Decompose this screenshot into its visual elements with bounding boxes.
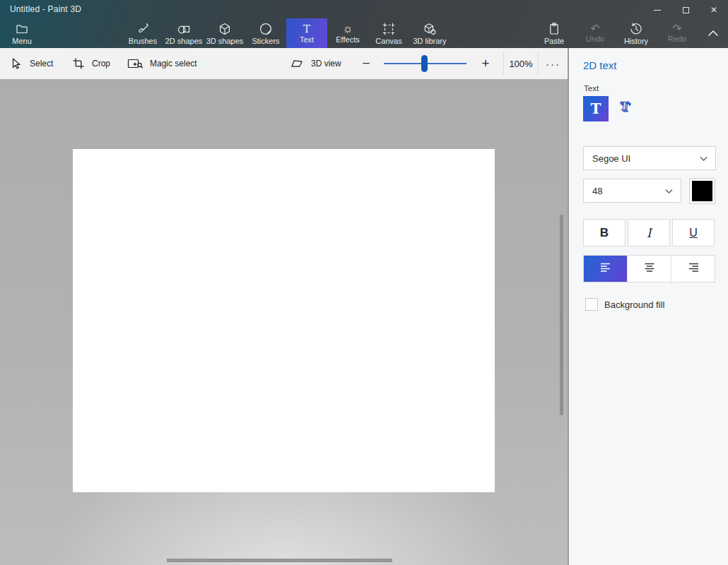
- tab-canvas[interactable]: Canvas: [368, 18, 409, 48]
- sub-toolbar: Select Crop Magic select 3D view − + 100…: [0, 48, 568, 79]
- close-button[interactable]: ✕: [700, 0, 728, 20]
- 2d-text-icon: T: [591, 100, 601, 117]
- header: Untitled - Paint 3D ✕ Menu Brushes: [0, 0, 728, 48]
- drawing-canvas[interactable]: [73, 149, 495, 492]
- paste-button[interactable]: Paste: [534, 18, 575, 48]
- magic-select-label: Magic select: [150, 59, 197, 69]
- history-clock-icon: [629, 22, 643, 36]
- window-title: Untitled - Paint 3D: [0, 4, 81, 14]
- bold-button[interactable]: B: [583, 219, 626, 246]
- text-settings-panel: 2D text Text T T T Segoe UI 48: [568, 48, 728, 565]
- align-right-button[interactable]: [671, 256, 715, 282]
- undo-icon: ↶: [590, 23, 599, 34]
- clipboard-icon: [547, 22, 561, 36]
- 3d-view-icon: [290, 57, 304, 70]
- chevron-down-icon: [700, 153, 708, 164]
- align-left-icon: [599, 262, 612, 276]
- tab-label: Stickers: [252, 37, 279, 45]
- 3d-cube-icon: [218, 22, 232, 36]
- align-center-button[interactable]: [627, 256, 671, 282]
- sticker-icon: [259, 22, 273, 36]
- more-options-button[interactable]: ···: [539, 48, 568, 79]
- magic-select-icon: [127, 57, 143, 70]
- 3d-library-icon: [423, 22, 437, 36]
- align-right-icon: [687, 262, 700, 276]
- redo-icon: ↷: [672, 23, 681, 34]
- zoom-in-button[interactable]: +: [477, 48, 494, 79]
- tab-effects[interactable]: ☼ Effects: [327, 18, 368, 48]
- minimize-icon: [654, 10, 661, 11]
- 3d-text-button[interactable]: T T: [612, 96, 639, 121]
- tab-label: Brushes: [129, 37, 157, 45]
- titlebar: Untitled - Paint 3D ✕: [0, 0, 728, 18]
- tab-label: Text: [300, 36, 314, 44]
- crop-button[interactable]: Crop: [72, 48, 110, 79]
- text-color-swatch[interactable]: [689, 178, 715, 204]
- tab-3d-shapes[interactable]: 3D shapes: [204, 18, 245, 48]
- workspace: [0, 79, 568, 565]
- action-label: Paste: [544, 37, 564, 45]
- text-section-label: Text: [584, 84, 599, 93]
- italic-button[interactable]: I: [628, 219, 670, 246]
- tab-3d-library[interactable]: 3D library: [409, 18, 450, 48]
- background-fill-row: Background fill: [585, 298, 664, 311]
- undo-button[interactable]: ↶ Undo: [575, 18, 616, 48]
- 3d-view-button[interactable]: 3D view: [290, 48, 341, 79]
- main-toolbar: Menu Brushes 2D shapes 3D shapes: [0, 18, 728, 48]
- font-family-dropdown[interactable]: Segoe UI: [583, 146, 716, 170]
- panel-title: 2D text: [583, 59, 617, 71]
- zoom-percentage[interactable]: 100%: [504, 48, 538, 79]
- font-family-value: Segoe UI: [592, 153, 630, 164]
- cursor-arrow-icon: [10, 57, 23, 70]
- redo-button[interactable]: ↷ Redo: [657, 18, 698, 48]
- svg-text:T: T: [619, 100, 629, 113]
- crop-icon: [72, 57, 85, 70]
- tab-label: 3D library: [413, 37, 446, 45]
- font-size-dropdown[interactable]: 48: [583, 179, 681, 203]
- menu-button[interactable]: Menu: [1, 18, 42, 48]
- tab-text[interactable]: T Text: [286, 18, 327, 48]
- minimize-button[interactable]: [643, 0, 671, 20]
- select-label: Select: [30, 59, 53, 69]
- horizontal-scrollbar[interactable]: [167, 559, 392, 562]
- paint3d-window: Untitled - Paint 3D ✕ Menu Brushes: [0, 0, 728, 565]
- 3d-view-label: 3D view: [311, 59, 341, 69]
- menu-label: Menu: [12, 37, 32, 45]
- sun-icon: ☼: [342, 23, 353, 35]
- alignment-group: [583, 255, 715, 282]
- action-label: Undo: [586, 35, 604, 43]
- tab-2d-shapes[interactable]: 2D shapes: [163, 18, 204, 48]
- window-controls: ✕: [643, 0, 728, 20]
- brush-icon: [136, 22, 150, 36]
- 3d-text-icon: T T: [615, 97, 636, 120]
- tab-stickers[interactable]: Stickers: [245, 18, 286, 48]
- background-fill-label: Background fill: [604, 299, 664, 310]
- crop-label: Crop: [92, 59, 110, 69]
- magic-select-button[interactable]: Magic select: [127, 48, 197, 79]
- collapse-ribbon-button[interactable]: [701, 18, 725, 48]
- font-size-value: 48: [592, 186, 602, 196]
- 2d-text-button[interactable]: T: [583, 96, 609, 121]
- tab-label: 3D shapes: [206, 37, 244, 45]
- align-center-icon: [643, 262, 656, 276]
- plus-icon: +: [481, 56, 489, 71]
- tab-label: Effects: [336, 36, 359, 44]
- folder-icon: [15, 22, 29, 36]
- zoom-out-button[interactable]: −: [358, 48, 375, 79]
- background-fill-checkbox[interactable]: [585, 298, 598, 311]
- vertical-scrollbar[interactable]: [560, 215, 563, 415]
- history-button[interactable]: History: [616, 18, 657, 48]
- underline-button[interactable]: U: [672, 219, 715, 246]
- action-label: History: [624, 37, 648, 45]
- select-button[interactable]: Select: [10, 48, 53, 79]
- tab-label: 2D shapes: [165, 37, 203, 45]
- color-swatch-fill: [692, 181, 712, 201]
- chevron-up-icon: [708, 27, 719, 40]
- minus-icon: −: [362, 56, 370, 71]
- tab-brushes[interactable]: Brushes: [122, 18, 163, 48]
- align-left-button[interactable]: [584, 256, 627, 282]
- text-tool-icon: T: [303, 23, 310, 35]
- zoom-slider-thumb[interactable]: [421, 55, 428, 72]
- chevron-down-icon: [665, 186, 673, 196]
- maximize-button[interactable]: [671, 0, 700, 20]
